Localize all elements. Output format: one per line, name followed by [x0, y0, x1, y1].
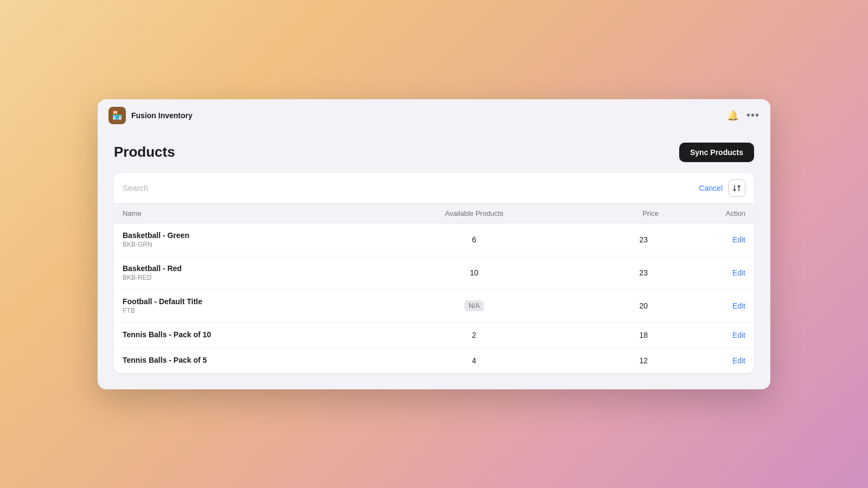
- table-row: Tennis Balls - Pack of 5 4 12 Edit: [114, 348, 754, 373]
- available-count: 2: [398, 331, 550, 339]
- sync-products-button[interactable]: Sync Products: [679, 143, 754, 162]
- search-row: Cancel: [114, 173, 754, 204]
- product-info: Football - Default Title FTB: [123, 297, 398, 314]
- product-sku: FTB: [123, 307, 398, 314]
- available-count: 10: [398, 268, 550, 277]
- price-value: 18: [550, 331, 659, 339]
- cancel-button[interactable]: Cancel: [699, 184, 723, 192]
- column-header-price: Price: [550, 209, 659, 217]
- sort-icon: [732, 184, 741, 192]
- product-info: Basketball - Red BKB-RED: [123, 264, 398, 281]
- product-info: Basketball - Green BKB-GRN: [123, 231, 398, 248]
- edit-button[interactable]: Edit: [659, 235, 745, 244]
- product-name: Basketball - Red: [123, 264, 398, 273]
- column-header-name: Name: [123, 209, 398, 217]
- price-value: 12: [550, 356, 659, 365]
- search-actions: Cancel: [699, 179, 745, 197]
- table-row: Basketball - Red BKB-RED 10 23 Edit: [114, 256, 754, 290]
- page-content: Products Sync Products Cancel: [98, 132, 770, 389]
- edit-button[interactable]: Edit: [659, 268, 745, 277]
- edit-button[interactable]: Edit: [659, 356, 745, 365]
- app-title: Fusion Inventory: [131, 111, 193, 120]
- na-badge: N/A: [464, 300, 484, 311]
- page-header: Products Sync Products: [114, 143, 754, 162]
- bell-icon[interactable]: 🔔: [727, 110, 739, 121]
- product-sku: BKB-RED: [123, 274, 398, 281]
- titlebar-left: 🏪 Fusion Inventory: [108, 107, 193, 124]
- product-name: Tennis Balls - Pack of 5: [123, 356, 398, 364]
- column-header-available: Available Products: [398, 209, 550, 217]
- product-name: Football - Default Title: [123, 297, 398, 306]
- price-value: 23: [550, 235, 659, 244]
- table-row: Basketball - Green BKB-GRN 6 23 Edit: [114, 223, 754, 256]
- available-count: N/A: [398, 300, 550, 311]
- product-name: Tennis Balls - Pack of 10: [123, 330, 398, 339]
- column-header-action: Action: [659, 209, 745, 217]
- titlebar: 🏪 Fusion Inventory 🔔 •••: [98, 99, 770, 132]
- available-count: 4: [398, 356, 550, 365]
- table-header: Name Available Products Price Action: [114, 204, 754, 223]
- products-table-container: Cancel Name Available Products Price Act…: [114, 173, 754, 373]
- product-info: Tennis Balls - Pack of 5: [123, 356, 398, 365]
- edit-button[interactable]: Edit: [659, 331, 745, 339]
- available-count: 6: [398, 235, 550, 244]
- app-window: 🏪 Fusion Inventory 🔔 ••• Products Sync P…: [98, 99, 770, 389]
- titlebar-right: 🔔 •••: [727, 109, 760, 121]
- search-input[interactable]: [123, 183, 692, 192]
- edit-button[interactable]: Edit: [659, 301, 745, 310]
- table-row: Football - Default Title FTB N/A 20 Edit: [114, 290, 754, 323]
- price-value: 20: [550, 301, 659, 310]
- price-value: 23: [550, 268, 659, 277]
- table-row: Tennis Balls - Pack of 10 2 18 Edit: [114, 323, 754, 348]
- product-sku: BKB-GRN: [123, 241, 398, 248]
- product-info: Tennis Balls - Pack of 10: [123, 330, 398, 340]
- page-title: Products: [114, 144, 175, 160]
- app-icon: 🏪: [108, 107, 126, 124]
- sort-button[interactable]: [728, 179, 745, 197]
- more-icon[interactable]: •••: [746, 109, 760, 121]
- product-name: Basketball - Green: [123, 231, 398, 240]
